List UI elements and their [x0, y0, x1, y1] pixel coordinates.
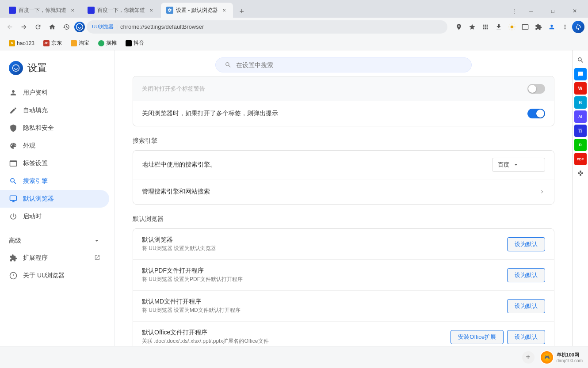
right-game-icon[interactable] — [574, 167, 587, 179]
sidebar-item-default-browser[interactable]: 默认浏览器 — [0, 190, 109, 208]
set-default-office-btn[interactable]: 设为默认 — [507, 330, 545, 344]
user-icon — [9, 88, 18, 97]
sidebar-item-privacy[interactable]: 隐私和安全 — [0, 119, 109, 137]
close-warning-toggle-partial[interactable] — [527, 84, 545, 94]
forward-button[interactable] — [18, 21, 30, 33]
danji-text-area: 单机100网 danji100.com — [557, 352, 583, 363]
default-pdf-title: 默认PDF文件打开程序 — [142, 267, 507, 275]
theme-button[interactable] — [506, 21, 518, 33]
default-md-desc: 将 UU浏览器 设置为MD文件默认打开程序 — [142, 307, 507, 314]
uu-sync-button[interactable] — [572, 21, 584, 33]
search-engine-text: 地址栏中使用的搜索引擎。 — [142, 161, 492, 169]
manage-search-row[interactable]: 管理搜索引擎和网站搜索 — [133, 179, 554, 204]
sidebar-item-extensions[interactable]: 扩展程序 — [0, 249, 109, 267]
tab1-label: 百度一下，你就知道 — [19, 7, 66, 14]
settings-search-box[interactable] — [215, 57, 472, 72]
tab1-close[interactable]: ✕ — [69, 7, 76, 14]
close-warning-row: 关闭时打开多个标签警告 — [133, 76, 554, 101]
select-chevron-icon — [513, 162, 519, 168]
advanced-label: 高级 — [9, 237, 21, 245]
close-tab-toggle[interactable] — [527, 109, 545, 118]
tab-2[interactable]: 百度一下，你就知道 ✕ — [82, 3, 160, 18]
right-weibo-icon[interactable]: W — [574, 82, 587, 95]
tab-3[interactable]: 设置 - 默认浏览器 ✕ — [161, 3, 233, 18]
set-default-pdf-btn[interactable]: 设为默认 — [507, 268, 545, 282]
right-pdf-icon[interactable]: PDF — [574, 153, 587, 165]
sidebar-logo — [9, 61, 23, 75]
sidebar-item-search[interactable]: 搜索引擎 — [0, 172, 109, 190]
autofill-icon — [9, 106, 18, 115]
taobao-label: 淘宝 — [79, 39, 89, 47]
close-tab-warning-row: 关闭浏览器时，如果打开了多个标签，则弹出提示 — [133, 101, 554, 126]
maximize-button[interactable]: □ — [543, 4, 563, 18]
sidebar-item-tabs[interactable]: 标签设置 — [0, 155, 109, 172]
history-button[interactable] — [60, 21, 73, 33]
appearance-label: 外观 — [23, 142, 35, 150]
sidebar-header: 设置 — [0, 57, 115, 84]
uu-logo — [74, 22, 85, 32]
screen-button[interactable] — [519, 21, 531, 33]
tab3-close[interactable]: ✕ — [221, 7, 228, 14]
extensions-label: 扩展程序 — [23, 254, 48, 262]
settings-search-icon — [225, 61, 232, 68]
right-bilibili-icon[interactable]: B — [574, 96, 587, 109]
settings-search-input[interactable] — [236, 61, 462, 68]
bookmark-douyin[interactable]: 抖音 — [122, 38, 148, 48]
set-default-browser-btn[interactable]: 设为默认 — [507, 237, 545, 251]
sidebar-item-user[interactable]: 用户资料 — [0, 84, 109, 102]
download-button[interactable] — [493, 21, 505, 33]
privacy-icon — [9, 124, 18, 133]
manage-search-text: 管理搜索引擎和网站搜索 — [142, 188, 539, 196]
svg-rect-3 — [10, 196, 17, 201]
extension-button[interactable] — [532, 21, 545, 33]
danji-logo: 🎮 — [540, 350, 554, 364]
search-engine-value: 百度 — [498, 161, 509, 169]
bookmark-jd[interactable]: JD 京东 — [40, 38, 65, 48]
apps-button[interactable] — [479, 21, 492, 33]
sidebar-item-startup[interactable]: 启动时 — [0, 208, 109, 225]
sidebar-item-autofill[interactable]: 自动填充 — [0, 102, 109, 119]
new-tab-button[interactable]: + — [236, 5, 248, 18]
right-baidu-icon[interactable]: 百 — [574, 125, 587, 137]
star-button[interactable] — [466, 21, 478, 33]
right-chat-icon[interactable] — [574, 68, 587, 80]
back-button[interactable] — [4, 21, 16, 33]
about-label: 关于 UU浏览器 — [23, 272, 65, 280]
minimize-button[interactable]: ─ — [521, 4, 541, 18]
bookmark-taobao[interactable]: 淘宝 — [67, 38, 93, 48]
install-office-btn[interactable]: 安装Office扩展 — [451, 330, 504, 344]
menu-button[interactable] — [559, 21, 571, 33]
bookmark-hao123[interactable]: h hao123 — [5, 39, 38, 48]
set-default-md-btn[interactable]: 设为默认 — [507, 299, 545, 313]
bookmarks-bar: h hao123 JD 京东 淘宝 摆摊 抖音 — [0, 36, 588, 50]
sidebar-item-appearance[interactable]: 外观 — [0, 137, 109, 155]
sidebar-item-about[interactable]: 关于 UU浏览器 — [0, 267, 109, 285]
window-controls: ⋮ ─ □ ✕ — [509, 4, 584, 18]
tab-1[interactable]: 百度一下，你就知道 ✕ — [4, 3, 81, 18]
sidebar-advanced[interactable]: 高级 — [0, 232, 109, 249]
startup-label: 启动时 — [23, 212, 42, 220]
add-button[interactable]: + — [522, 351, 535, 364]
office-actions: 安装Office扩展 设为默认 — [451, 330, 545, 344]
close-button[interactable]: ✕ — [565, 4, 584, 18]
right-search-icon[interactable] — [574, 54, 587, 66]
account-button[interactable] — [546, 21, 558, 33]
bookmark-caimai[interactable]: 摆摊 — [95, 38, 120, 48]
search-engine-select[interactable]: 百度 — [492, 158, 545, 172]
home-button[interactable] — [46, 21, 58, 33]
manage-search-label: 管理搜索引擎和网站搜索 — [142, 188, 210, 195]
refresh-button[interactable] — [32, 21, 44, 33]
content-area: 设置 用户资料 自动填充 — [0, 50, 588, 368]
default-pdf-text: 默认PDF文件打开程序 将 UU浏览器 设置为PDF文件默认打开程序 — [142, 267, 507, 283]
address-bar[interactable]: UU浏览器 | chrome://settings/defaultBrowser — [87, 20, 447, 34]
address-text: chrome://settings/defaultBrowser — [120, 23, 204, 30]
default-browser-card: 默认浏览器 将 UU浏览器 设置为默认浏览器 设为默认 默认PDF文件打开程序 … — [133, 228, 554, 353]
tab2-close[interactable]: ✕ — [148, 7, 155, 14]
close-tab-warning-label: 关闭浏览器时，如果打开了多个标签，则弹出提示 — [142, 110, 278, 117]
extensions-icon — [9, 254, 18, 262]
bookmark-button[interactable] — [453, 21, 465, 33]
right-docs-icon[interactable]: D — [574, 139, 587, 151]
right-ai-icon[interactable]: AI — [574, 110, 587, 123]
top-card: 关闭时打开多个标签警告 关闭浏览器时，如果打开了多个标签，则弹出提示 — [133, 76, 554, 126]
tab-list-btn[interactable]: ⋮ — [509, 6, 519, 16]
